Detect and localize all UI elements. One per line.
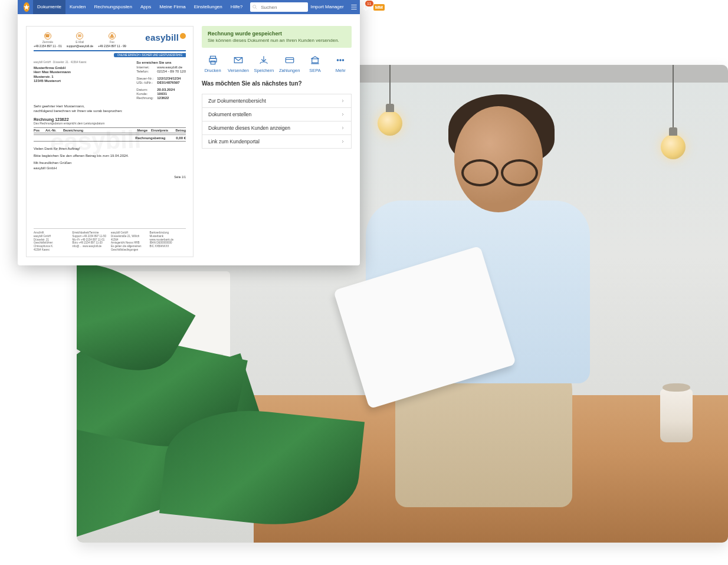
action-mehr[interactable]: Mehr: [330, 55, 352, 73]
list-icon[interactable]: [350, 3, 358, 11]
more-icon: [334, 55, 347, 65]
nav-rechnungsposten[interactable]: Rechnungsposten: [90, 0, 137, 14]
line-items-table: Pos Art.-Nr. Bezeichnung Menge Einzelpre…: [34, 127, 186, 142]
app-logo-icon[interactable]: ★: [24, 2, 29, 12]
invoice-footer: Anschrift easybill GmbH Düsselstr. 21 Ge…: [34, 228, 186, 252]
notice-subtitle: Sie können dieses Dokument nun an Ihren …: [208, 38, 346, 43]
phone-icon: ☎: [44, 32, 51, 40]
nav-hilfe[interactable]: Hilfe?: [227, 0, 247, 14]
notifications-icon[interactable]: 11: [362, 3, 370, 11]
svg-rect-10: [286, 58, 294, 63]
svg-point-0: [253, 5, 256, 8]
notice-title: Rechnung wurde gespeichert: [208, 31, 346, 37]
save-success-notice: Rechnung wurde gespeichert Sie können di…: [202, 26, 352, 48]
action-speichern[interactable]: Speichern: [253, 55, 275, 73]
chevron-right-icon: [340, 112, 345, 117]
opt-dokumentuebersicht[interactable]: Zur Dokumentenübersicht: [202, 94, 352, 108]
contact-email: ✉ E-Mail support@easybill.de: [67, 32, 93, 48]
user-avatar[interactable]: MM: [373, 4, 385, 11]
invoice-preview: easybill ☎ Zentrale +49 2154 897 11 - 01…: [26, 26, 194, 257]
bank-icon: [309, 55, 322, 65]
svg-rect-12: [312, 59, 319, 63]
salutation: Sehr geehrter Herr Mustermann, nachfolge…: [34, 104, 186, 114]
top-nav: ★ Dokumente Kunden Rechnungsposten Apps …: [18, 0, 360, 14]
invoice-subtitle: Das Rechnungsdatum entspricht dem Leistu…: [34, 121, 186, 125]
action-sepa[interactable]: SEPA: [304, 55, 326, 73]
contact-phone: ☎ Zentrale +49 2154 897 11 - 01: [34, 32, 62, 48]
action-bar: Drucken Versenden Speichern Zahlungen: [202, 55, 352, 73]
app-window: ★ Dokumente Kunden Rechnungsposten Apps …: [18, 0, 360, 265]
opt-kunden-dokumente[interactable]: Dokumente dieses Kunden anzeigen: [202, 121, 352, 135]
next-steps-list: Zur Dokumentenübersicht Dokument erstell…: [202, 94, 352, 149]
notification-badge: 11: [365, 1, 373, 6]
contact-fax: 🖷 Fax +49 2154 897 11 - 99: [98, 32, 126, 48]
nav-einstellungen[interactable]: Einstellungen: [190, 0, 227, 14]
action-zahlungen[interactable]: Zahlungen: [278, 55, 300, 73]
nav-meine-firma[interactable]: Meine Firma: [155, 0, 189, 14]
nav-kunden[interactable]: Kunden: [65, 0, 90, 14]
fax-icon: 🖷: [109, 32, 116, 40]
print-icon: [206, 55, 219, 65]
card-icon: [283, 55, 296, 65]
nav-dokumente[interactable]: Dokumente: [33, 0, 65, 14]
brand-logo: easybill: [145, 32, 186, 42]
chevron-right-icon: [340, 139, 345, 144]
search-icon: [252, 4, 258, 10]
action-versenden[interactable]: Versenden: [227, 55, 249, 73]
svg-point-15: [340, 60, 341, 61]
svg-point-14: [337, 60, 339, 61]
opt-kundenportal-link[interactable]: Link zum Kundenportal: [202, 135, 352, 149]
svg-line-1: [255, 8, 257, 9]
search-input[interactable]: [260, 4, 308, 11]
sun-icon: [180, 33, 186, 39]
ribbon-text: ONLINE EINFACH • SICHER UND LEISTUNGSFÄH…: [114, 53, 186, 57]
recipient-address: easybill GmbH · Düsselstr. 21 · 41564 Ka…: [34, 61, 87, 100]
page-number: Seite 1/1: [34, 175, 186, 179]
person: [330, 88, 578, 501]
opt-dokument-erstellen[interactable]: Dokument erstellen: [202, 108, 352, 121]
search-box[interactable]: [250, 2, 308, 12]
import-manager-link[interactable]: Import Manager: [308, 0, 346, 14]
send-icon: [232, 55, 245, 65]
svg-rect-8: [211, 61, 215, 64]
user-name[interactable]: Max ▾: [388, 5, 401, 10]
invoice-title: Rechnung 123622: [34, 117, 186, 121]
action-drucken[interactable]: Drucken: [202, 55, 224, 73]
chevron-right-icon: [340, 98, 345, 103]
download-icon: [257, 55, 270, 65]
mail-icon: ✉: [76, 32, 83, 40]
closing-text: Vielen Dank für Ihren Auftrag! Bitte beg…: [34, 146, 186, 171]
invoice-meta: So erreichen Sie uns Internet:www.easybi…: [136, 61, 186, 100]
chevron-right-icon: [340, 126, 345, 130]
nav-apps[interactable]: Apps: [136, 0, 155, 14]
svg-point-16: [343, 60, 344, 61]
next-steps-heading: Was möchten Sie als nächstes tun?: [202, 80, 352, 87]
